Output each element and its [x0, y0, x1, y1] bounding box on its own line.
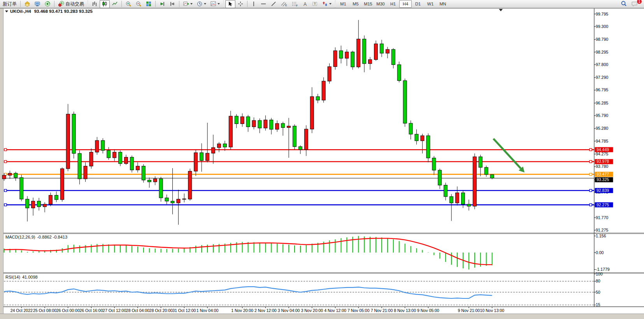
svg-text:T: T — [314, 2, 316, 6]
line-chart-button[interactable] — [110, 0, 120, 8]
timeframe-H4[interactable]: H4 — [399, 0, 412, 8]
separator — [247, 1, 247, 7]
timeframe-MN[interactable]: MN — [437, 0, 449, 8]
svg-text:93.978: 93.978 — [597, 159, 609, 164]
search-button[interactable] — [618, 0, 629, 8]
svg-text:91.770: 91.770 — [596, 215, 608, 220]
cursor-icon — [227, 1, 233, 7]
cursor-button[interactable] — [225, 0, 235, 8]
macd-name: MACD(12,26,9) — [5, 235, 35, 239]
svg-text:96.795: 96.795 — [596, 87, 608, 92]
horizontal-line-button[interactable] — [258, 0, 268, 8]
svg-text:94.449: 94.449 — [597, 147, 609, 152]
timeframe-M30[interactable]: M30 — [374, 0, 387, 8]
svg-text:1 Nov 04:00: 1 Nov 04:00 — [197, 308, 219, 313]
timeframe-W1[interactable]: W1 — [424, 0, 437, 8]
label-button[interactable]: T — [310, 0, 320, 8]
autoscroll-icon — [159, 1, 165, 7]
candlestick-button[interactable] — [100, 0, 110, 8]
svg-text:28 Oct 04:00: 28 Oct 04:00 — [126, 308, 149, 313]
periods-button[interactable] — [195, 0, 208, 8]
notification-badge: 1 — [637, 0, 642, 4]
price-axis[interactable]: 99.79599.30098.79098.29597.80097.29096.7… — [594, 9, 644, 307]
svg-text:93.477: 93.477 — [597, 172, 609, 176]
bottom-frame-strip — [0, 314, 644, 319]
crosshair-icon — [237, 1, 244, 7]
terminal-icon — [34, 1, 40, 7]
autotrading-button[interactable]: 自动交易 — [56, 0, 86, 8]
indicators-button[interactable] — [181, 0, 195, 8]
indicators-icon — [183, 1, 189, 7]
separator — [20, 1, 21, 7]
chart-shift-button[interactable] — [167, 0, 177, 8]
new-order-button[interactable]: 新订单 — [1, 0, 19, 8]
zoom-out-button[interactable] — [133, 0, 144, 8]
ohlc-values: 93.468 93.471 93.283 93.325 — [34, 9, 93, 14]
chart-canvas[interactable]: 99.79599.30098.79098.29597.80097.29096.7… — [0, 8, 644, 319]
navigator-button[interactable] — [42, 0, 53, 8]
bar-chart-icon — [91, 1, 98, 7]
channel-button[interactable]: E — [279, 0, 290, 8]
timeframe-M1[interactable]: M1 — [337, 0, 349, 8]
chevron-down-icon — [329, 3, 332, 5]
svg-text:98.790: 98.790 — [596, 37, 608, 42]
svg-text:3 Nov 04:00: 3 Nov 04:00 — [278, 308, 300, 313]
fibonacci-button[interactable]: F — [290, 0, 300, 8]
layers-button[interactable] — [22, 0, 32, 8]
label-icon: T — [312, 1, 318, 7]
chat-button[interactable]: 1 — [629, 0, 640, 8]
svg-text:28 Oct 20:00: 28 Oct 20:00 — [149, 308, 173, 313]
timeframe-M5[interactable]: M5 — [349, 0, 362, 8]
text-button[interactable]: A — [300, 0, 310, 8]
trendline-icon — [270, 1, 277, 7]
svg-text:9 Nov 21:00: 9 Nov 21:00 — [458, 308, 480, 313]
bar-chart-button[interactable] — [89, 0, 100, 8]
svg-text:93.325: 93.325 — [597, 177, 609, 182]
svg-text:8 Nov 13:00: 8 Nov 13:00 — [394, 308, 416, 313]
svg-text:100: 100 — [596, 272, 603, 276]
fibonacci-icon: F — [291, 1, 298, 7]
vertical-line-button[interactable] — [249, 0, 258, 8]
trendline-button[interactable] — [268, 0, 279, 8]
crosshair-button[interactable] — [235, 0, 246, 8]
chevron-down-icon — [218, 3, 220, 5]
template-icon — [210, 1, 216, 7]
tile-windows-button[interactable] — [144, 0, 154, 8]
zoom-in-icon — [125, 1, 132, 7]
svg-text:99.300: 99.300 — [596, 24, 608, 29]
svg-text:24 Oct 2022: 24 Oct 2022 — [11, 308, 33, 313]
toolbar: 新订单 自动交易 — [0, 0, 644, 8]
svg-text:95.790: 95.790 — [596, 113, 608, 118]
separator — [54, 1, 54, 7]
timeframe-D1[interactable]: D1 — [412, 0, 424, 8]
svg-text:10 Nov 13:00: 10 Nov 13:00 — [480, 308, 504, 313]
mt4-window: 新订单 自动交易 — [0, 0, 644, 319]
svg-text:25 Oct 08:00: 25 Oct 08:00 — [33, 308, 56, 313]
chevron-down-icon — [190, 3, 193, 5]
toolbar-grip — [335, 1, 336, 7]
svg-text:80: 80 — [596, 279, 600, 283]
timeframe-M15[interactable]: M15 — [362, 0, 374, 8]
new-order-label: 新订单 — [3, 1, 17, 7]
template-button[interactable] — [208, 0, 222, 8]
timeframe-H1[interactable]: H1 — [387, 0, 399, 8]
chart-window[interactable]: 99.79599.30098.79098.29597.80097.29096.7… — [0, 8, 644, 319]
vertical-line-icon — [251, 1, 256, 7]
svg-text:97.800: 97.800 — [596, 62, 608, 67]
chart-shift-icon — [169, 1, 175, 7]
svg-text:1.156: 1.156 — [596, 234, 606, 238]
terminal-button[interactable] — [32, 0, 42, 8]
zoom-in-button[interactable] — [123, 0, 133, 8]
periods-icon — [197, 1, 203, 7]
separator — [155, 1, 156, 7]
svg-text:E: E — [285, 4, 287, 7]
autoscroll-button[interactable] — [157, 0, 167, 8]
zoom-out-icon — [135, 1, 142, 7]
svg-text:-1.1779: -1.1779 — [596, 267, 610, 272]
svg-text:26 Oct 16:00: 26 Oct 16:00 — [79, 308, 103, 313]
svg-text:95.280: 95.280 — [596, 126, 608, 131]
arrows-button[interactable] — [320, 0, 333, 8]
separator — [179, 1, 179, 7]
rsi-name: RSI(14) — [5, 275, 20, 279]
chart-background — [4, 9, 644, 314]
